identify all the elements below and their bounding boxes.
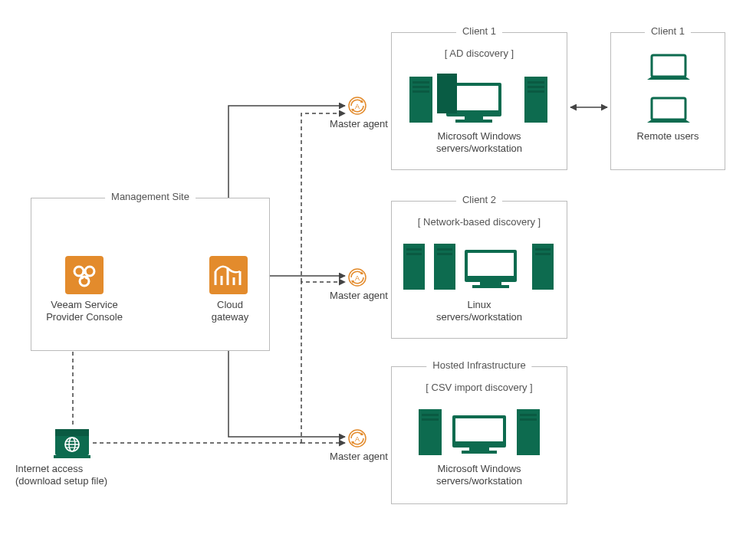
svg-rect-60 bbox=[422, 414, 439, 416]
svg-rect-61 bbox=[422, 418, 439, 421]
svg-rect-3 bbox=[65, 256, 104, 294]
svg-rect-54 bbox=[480, 282, 501, 285]
client1-discovery-label: [ AD discovery ] bbox=[391, 48, 567, 60]
client1-server-icon bbox=[409, 72, 549, 130]
svg-rect-13 bbox=[54, 455, 90, 458]
svg-text:A: A bbox=[355, 103, 360, 110]
remote-laptop-icon-1 bbox=[647, 54, 690, 85]
svg-rect-45 bbox=[652, 98, 685, 120]
master-agent-icon-3: A bbox=[348, 429, 366, 450]
internet-access-icon bbox=[54, 428, 90, 462]
svg-rect-55 bbox=[472, 285, 509, 288]
client2-servers-label: Linux servers/workstation bbox=[391, 299, 567, 324]
svg-rect-53 bbox=[468, 253, 514, 276]
client1-title: Client 1 bbox=[456, 25, 502, 37]
svg-rect-32 bbox=[413, 81, 429, 84]
svg-rect-44 bbox=[652, 55, 685, 77]
remote-users-label: Remote users bbox=[610, 130, 725, 143]
svg-rect-48 bbox=[406, 253, 422, 255]
client2-server-icon bbox=[403, 239, 557, 297]
hosted-servers-label: Microsoft Windows servers/workstation bbox=[391, 463, 567, 488]
master-agent-label-1: Master agent bbox=[328, 118, 390, 130]
hosted-discovery-label: [ CSV import discovery ] bbox=[391, 382, 567, 394]
client2-discovery-label: [ Network-based discovery ] bbox=[391, 216, 567, 228]
management-site-title: Management Site bbox=[105, 191, 196, 202]
svg-text:A: A bbox=[355, 435, 360, 443]
svg-rect-58 bbox=[535, 253, 551, 255]
client1-servers-label: Microsoft Windows servers/workstation bbox=[391, 130, 567, 156]
svg-rect-33 bbox=[413, 86, 429, 88]
svg-rect-65 bbox=[462, 451, 497, 454]
svg-rect-39 bbox=[437, 74, 457, 113]
diagram-canvas: Management Site Veeam Service Provider C… bbox=[0, 0, 756, 541]
client1b-title: Client 1 bbox=[645, 25, 691, 37]
svg-rect-50 bbox=[437, 248, 452, 251]
svg-rect-12 bbox=[55, 429, 89, 436]
cloud-gateway-label: Cloud gateway bbox=[207, 299, 253, 324]
svg-rect-47 bbox=[406, 248, 422, 251]
svg-rect-57 bbox=[535, 248, 551, 251]
svg-rect-38 bbox=[455, 120, 492, 123]
master-agent-label-2: Master agent bbox=[328, 290, 390, 302]
svg-rect-68 bbox=[520, 418, 537, 421]
hosted-server-icon bbox=[419, 405, 541, 462]
master-agent-label-3: Master agent bbox=[328, 451, 390, 463]
svg-rect-34 bbox=[413, 90, 429, 93]
svg-rect-51 bbox=[437, 253, 452, 255]
master-agent-icon-1: A bbox=[348, 97, 366, 117]
cloud-gateway-icon bbox=[209, 256, 248, 297]
svg-rect-64 bbox=[469, 448, 489, 451]
internet-access-label: Internet access (download setup file) bbox=[15, 463, 138, 488]
svg-rect-42 bbox=[528, 86, 544, 88]
svg-rect-67 bbox=[520, 414, 537, 416]
svg-rect-41 bbox=[528, 81, 544, 84]
master-agent-icon-2: A bbox=[348, 268, 366, 289]
remote-laptop-icon-2 bbox=[647, 97, 690, 128]
vspc-label: Veeam Service Provider Console bbox=[46, 299, 123, 324]
vspc-icon bbox=[65, 256, 104, 297]
svg-rect-37 bbox=[465, 116, 483, 120]
hosted-title: Hosted Infrastructure bbox=[426, 359, 531, 371]
svg-rect-43 bbox=[528, 90, 544, 93]
client2-title: Client 2 bbox=[456, 194, 502, 205]
svg-text:A: A bbox=[355, 274, 360, 282]
svg-rect-63 bbox=[455, 418, 503, 441]
